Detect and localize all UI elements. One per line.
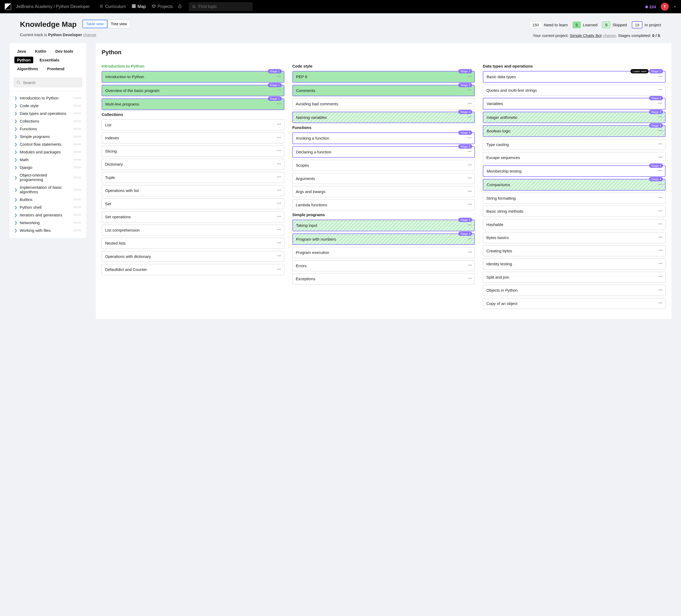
more-icon[interactable]: ••• [468, 102, 472, 106]
more-icon[interactable]: ••• [658, 183, 662, 187]
topic-card[interactable]: Basic data types•••Stage 2Learn next [483, 71, 665, 83]
topic-card[interactable]: Tuple••• [102, 172, 284, 183]
topic-card[interactable]: Hashable••• [483, 219, 665, 230]
topic-card[interactable]: Bytes basics••• [483, 232, 665, 243]
more-icon[interactable]: ••• [658, 196, 663, 200]
topic-card[interactable]: Avoiding bad comments••• [292, 98, 475, 110]
topic-card[interactable]: Comparisons•••Stage 4 [483, 179, 665, 191]
topic-card[interactable]: List••• [102, 119, 284, 131]
more-icon[interactable]: ••• [468, 190, 472, 194]
more-icon[interactable]: ••• [658, 142, 663, 146]
topic-card[interactable]: Declaring a function•••Stage 5 [292, 146, 475, 158]
nav-projects[interactable]: Projects [152, 4, 173, 9]
topbar-search[interactable] [189, 2, 253, 11]
topic-card[interactable]: Set••• [102, 198, 284, 210]
sidebar-item[interactable]: ❯Django [9, 163, 86, 171]
nav-curriculum[interactable]: Curriculum [99, 4, 126, 9]
view-table-view[interactable]: Table view [82, 20, 107, 28]
more-icon[interactable]: ••• [277, 123, 281, 127]
topic-card[interactable]: Taking input•••Stage 2 [292, 220, 475, 231]
avatar-caret-icon[interactable]: ▼ [674, 5, 676, 8]
topic-card[interactable]: Quotes and multi-line strings••• [483, 85, 665, 96]
topic-card[interactable]: Basic string methods••• [483, 206, 665, 217]
more-icon[interactable]: ••• [277, 136, 281, 140]
more-icon[interactable]: ••• [468, 203, 472, 207]
more-icon[interactable]: ••• [277, 267, 281, 272]
more-icon[interactable]: ••• [277, 188, 281, 193]
topic-card[interactable]: Program execution••• [292, 247, 475, 258]
topic-card[interactable]: Comments•••Stage 2 [292, 85, 475, 97]
topic-card[interactable]: Operations with dictionary••• [102, 251, 284, 262]
topic-card[interactable]: String formatting••• [483, 193, 665, 204]
project-link[interactable]: Simple Chatty Bot [570, 33, 602, 38]
more-icon[interactable]: ••• [468, 88, 472, 92]
topic-card[interactable]: Program with numbers•••Stage 3 [292, 234, 475, 245]
sidebar-item[interactable]: ❯Iterators and generators [9, 211, 86, 219]
more-icon[interactable]: ••• [468, 277, 472, 281]
topic-card[interactable]: Defaultdict and Counter••• [102, 264, 284, 275]
more-icon[interactable]: ••• [658, 262, 663, 266]
sidebar-item[interactable]: ❯Object-oriented programming [9, 171, 86, 183]
more-icon[interactable]: ••• [277, 175, 281, 180]
more-icon[interactable]: ••• [277, 241, 281, 245]
topic-card[interactable]: Invoking a function•••Stage 5 [292, 132, 475, 144]
change-project-link[interactable]: change [603, 33, 616, 38]
sidebar-item[interactable]: ❯Math [9, 156, 86, 163]
topic-card[interactable]: Identity testing••• [483, 259, 665, 270]
more-icon[interactable]: ••• [658, 248, 663, 253]
more-icon[interactable]: ••• [468, 223, 472, 227]
topic-card[interactable]: Set operations••• [102, 211, 284, 222]
tab-dev-tools[interactable]: Dev tools [53, 48, 76, 54]
more-icon[interactable]: ••• [277, 88, 281, 92]
nav-map[interactable]: Map [132, 4, 146, 9]
topic-card[interactable]: Type casting••• [483, 139, 665, 150]
topic-card[interactable]: Indexes••• [102, 132, 284, 143]
more-icon[interactable]: ••• [658, 301, 663, 305]
tab-java[interactable]: Java [15, 48, 28, 54]
topic-card[interactable]: Slicing••• [102, 146, 284, 157]
tab-frontend[interactable]: Frontend [45, 65, 67, 72]
sidebar-item[interactable]: ❯Control flow statements [9, 140, 86, 148]
topic-card[interactable]: Operations with list••• [102, 185, 284, 196]
sidebar-item[interactable]: ❯Python shell [9, 204, 86, 211]
tab-python[interactable]: Python [15, 57, 33, 63]
more-icon[interactable]: ••• [658, 115, 662, 119]
tab-kotlin[interactable]: Kotlin [32, 48, 49, 54]
more-icon[interactable]: ••• [658, 129, 662, 133]
more-icon[interactable]: ••• [658, 88, 663, 92]
topbar-search-input[interactable] [198, 4, 250, 9]
more-icon[interactable]: ••• [277, 215, 281, 219]
topic-card[interactable]: Integer arithmetic•••Stage 3 [483, 112, 665, 123]
topic-card[interactable]: Introduction to Python•••Stage 1 [102, 71, 284, 83]
view-tree-view[interactable]: Tree view [107, 20, 130, 28]
change-track-link[interactable]: change [83, 32, 96, 37]
topic-card[interactable]: Scopes••• [292, 160, 475, 171]
topic-card[interactable]: Exceptions••• [292, 273, 475, 285]
topic-card[interactable]: Dictionary••• [102, 159, 284, 170]
more-icon[interactable]: ••• [468, 75, 472, 79]
more-icon[interactable]: ••• [277, 149, 281, 153]
sidebar-item[interactable]: ❯Collections [9, 117, 86, 125]
sidebar-search[interactable] [13, 77, 82, 87]
tab-essentials[interactable]: Essentials [37, 57, 62, 63]
topic-card[interactable]: Naming variables•••Stage 3 [292, 112, 475, 123]
topic-card[interactable]: Lambda functions••• [292, 199, 475, 211]
more-icon[interactable]: ••• [658, 236, 663, 240]
topic-card[interactable]: Membership testing•••Stage 4 [483, 165, 665, 177]
more-icon[interactable]: ••• [277, 162, 281, 166]
topic-card[interactable]: Arguments••• [292, 173, 475, 184]
more-icon[interactable]: ••• [468, 237, 472, 241]
more-icon[interactable]: ••• [658, 275, 663, 279]
sidebar-search-input[interactable] [23, 80, 79, 85]
more-icon[interactable]: ••• [277, 228, 281, 232]
breadcrumb[interactable]: JetBrains Academy / Python Developer [16, 4, 90, 9]
more-icon[interactable]: ••• [658, 222, 663, 226]
more-icon[interactable]: ••• [277, 254, 281, 259]
topic-card[interactable]: Overview of the basic program•••Stage 1 [102, 85, 284, 97]
more-icon[interactable]: ••• [658, 102, 662, 106]
topic-card[interactable]: Args and kwargs••• [292, 186, 475, 197]
sidebar-item[interactable]: ❯Introduction to Python [9, 94, 86, 102]
topic-card[interactable]: Copy of an object••• [483, 298, 665, 309]
topic-card[interactable]: Multi-line programs•••Stage 1 [102, 98, 284, 110]
more-icon[interactable]: ••• [468, 163, 472, 167]
